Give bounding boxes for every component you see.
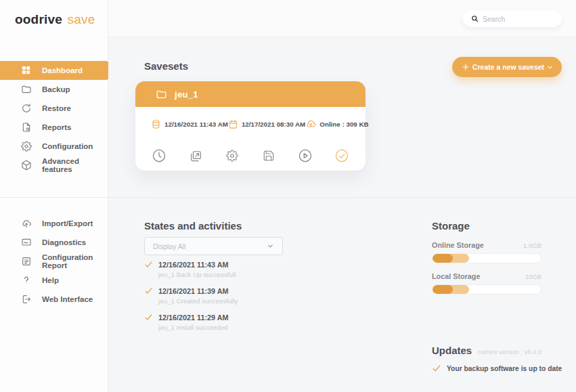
chevron-down-icon [546,64,554,71]
sidebar-item-import-export[interactable]: Import/Export [0,214,108,233]
calendar-icon [228,119,238,129]
activity-item: 12/16/2021 11:39 AM jeu_1 Created succes… [144,286,238,305]
sidebar-item-configuration[interactable]: Configuration [0,137,108,156]
sidebar-item-reports[interactable]: Reports [0,118,108,137]
save-button[interactable] [261,148,277,164]
sidebar-item-help[interactable]: Help [0,271,108,290]
saveset-card-header[interactable]: jeu_1 [135,81,365,107]
sidebar-item-label: Configuration Report [42,253,108,269]
activity-item: 12/16/2021 11:43 AM jeu_1 Back Up succes… [144,260,238,278]
sidebar-secondary-nav: Import/Export Diagnostics Configuration … [0,214,108,309]
last-backup-date: 12/16/2021 11:43 AM [164,121,228,128]
sidebar-item-backup[interactable]: Backup [0,80,108,99]
activity-date: 12/16/2021 11:39 AM [158,287,228,295]
run-backup-button[interactable] [297,148,313,164]
sidebar-item-label: Diagnostics [42,238,86,246]
update-status-text: Your backup software is up to date [447,365,562,372]
sidebar-item-label: Reports [42,123,71,131]
cloud-upload-icon [21,218,32,229]
reports-icon [21,122,32,133]
create-saveset-label: Create a new saveset [472,63,544,71]
check-icon [144,286,153,295]
sidebar-item-configuration-report[interactable]: Configuration Report [0,252,108,271]
storage-panel: Storage Online Storage 1.0GB Local Stora… [432,220,541,373]
check-icon [144,260,153,269]
online-storage-row: Online Storage 1.0GB [432,241,541,263]
updates-title: Updates [432,345,472,356]
activity-item: 12/16/2021 11:29 AM jeu_1 Install succee… [144,313,238,331]
activity-date: 12/16/2021 11:29 AM [158,313,228,322]
cube-icon [21,160,32,171]
restore-icon [21,103,32,114]
section-divider [0,197,576,198]
logs-button[interactable] [187,148,204,164]
external-link-icon [21,294,32,305]
activity-detail: jeu_1 Created successfully [158,297,238,305]
gear-icon [21,141,32,152]
local-storage-label: Local Storage [432,272,480,280]
sidebar-item-label: Help [42,276,59,284]
plus-icon [461,62,470,72]
current-version: current version : v8.4.0 [477,349,541,355]
online-storage-label: Online Storage [432,241,484,249]
sidebar-item-label: Restore [42,104,71,112]
list-document-icon [21,256,32,267]
search-input[interactable] [483,15,554,23]
online-size-info: Online : 309 KB [305,118,368,129]
next-backup-date: 12/17/2021 08:30 AM [242,121,305,128]
clock-icon [152,148,167,163]
status-ok-button[interactable] [334,148,350,164]
check-circle-icon [334,148,349,163]
sidebar-item-label: Advanced features [42,157,108,173]
last-backup-info: 12/16/2021 11:43 AM [151,119,228,129]
check-icon [432,364,441,373]
sidebar-item-web-interface[interactable]: Web Interface [0,290,108,309]
folder-icon [156,89,167,100]
sidebar-primary-nav: Dashboard Backup Restore Reports Configu… [0,61,108,175]
sidebar-item-diagnostics[interactable]: Diagnostics [0,233,108,252]
saveset-actions-row [135,141,365,171]
chevron-down-icon [267,242,274,250]
settings-button[interactable] [224,148,240,164]
sidebar-item-label: Dashboard [42,66,83,74]
activity-filter-dropdown[interactable]: Display All [144,237,283,255]
brand-product: save [68,12,95,26]
folder-icon [21,84,32,95]
search-icon [471,15,479,22]
local-storage-row: Local Storage 10GB [432,272,541,295]
history-button[interactable] [151,148,167,164]
saveset-name: jeu_1 [175,89,198,100]
search-box[interactable] [463,10,562,27]
local-storage-value: 10GB [525,273,541,280]
sidebar-item-label: Import/Export [42,219,93,227]
create-saveset-button[interactable]: Create a new saveset [452,57,562,77]
brand-name: oodrive [15,12,62,26]
gear-icon [226,150,238,162]
activity-detail: jeu_1 Back Up successfull [158,271,238,278]
sidebar-item-advanced-features[interactable]: Advanced features [0,156,108,175]
sidebar-item-label: Configuration [42,142,93,150]
sidebar: oodrive save Dashboard Backup Restore [0,0,108,392]
online-storage-bar [432,253,541,263]
saveset-info-row: 12/16/2021 11:43 AM 12/17/2021 08:30 AM … [135,107,365,141]
sidebar-item-label: Web Interface [42,295,93,303]
sidebar-item-dashboard[interactable]: Dashboard [0,61,108,80]
sidebar-item-restore[interactable]: Restore [0,99,108,118]
online-storage-value: 1.0GB [523,242,541,249]
question-mark-icon [21,275,32,286]
activity-date: 12/16/2021 11:43 AM [158,261,228,269]
local-storage-bar [432,284,541,295]
activity-filter-value: Display All [153,242,185,251]
copy-edit-icon [190,150,202,162]
play-circle-icon [298,148,313,163]
floppy-disk-icon [263,150,275,162]
check-icon [144,313,153,322]
page-title: Savesets [144,60,188,72]
dashboard-icon [21,65,32,76]
sidebar-item-label: Backup [42,85,70,93]
updates-panel: Updates current version : v8.4.0 Your ba… [432,345,541,373]
diagnostics-icon [21,237,32,248]
next-backup-info: 12/17/2021 08:30 AM [228,119,305,129]
online-size-value: Online : 309 KB [319,121,368,128]
activity-detail: jeu_1 Install succeeded [158,324,238,331]
